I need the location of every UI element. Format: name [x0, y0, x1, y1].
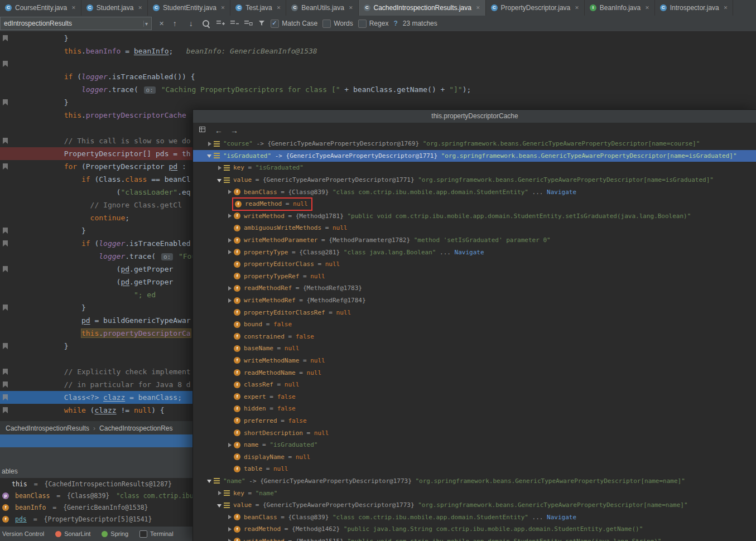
editor-tab[interactable]: CTest.java✕ — [230, 0, 286, 16]
tab-close-icon[interactable]: ✕ — [575, 5, 579, 11]
chevron-expanded-icon[interactable] — [216, 177, 224, 183]
chevron-collapsed-icon[interactable] — [206, 141, 214, 147]
add-occurrence-icon[interactable] — [216, 18, 225, 29]
tree-row[interactable]: fdisplayName = null — [193, 451, 756, 463]
regex-checkbox[interactable] — [358, 20, 367, 28]
tree-row[interactable]: "name" -> {GenericTypeAwarePropertyDescr… — [193, 475, 756, 487]
chevron-collapsed-icon[interactable] — [227, 526, 234, 533]
status-widget-sonarlint[interactable]: SonarLint — [55, 530, 90, 537]
tree-row[interactable]: ftable = null — [193, 463, 756, 475]
chevron-collapsed-icon[interactable] — [227, 237, 234, 244]
tree-row[interactable]: fwriteMethodParameter = {MethodParameter… — [193, 234, 756, 247]
status-widget-spring[interactable]: Spring — [102, 530, 128, 537]
chevron-collapsed-icon[interactable] — [227, 189, 234, 195]
tree-row[interactable]: fpropertyEditorClassRef = null — [193, 306, 756, 318]
forward-icon[interactable]: → — [230, 125, 238, 136]
chevron-collapsed-icon[interactable] — [227, 514, 234, 520]
close-search-icon[interactable]: ✕ — [159, 20, 164, 27]
chevron-collapsed-icon[interactable] — [216, 490, 224, 496]
tree-row[interactable]: fwriteMethodName = null — [193, 355, 756, 367]
tree-row[interactable]: freadMethod = null — [193, 198, 756, 210]
status-widget-terminal[interactable]: Terminal — [139, 530, 174, 538]
back-icon[interactable]: ← — [215, 125, 223, 136]
navigate-link[interactable]: Navigate — [455, 249, 484, 256]
tree-row[interactable]: fbeanClass = {Class@839} "class com.ctri… — [193, 186, 756, 198]
tree-row[interactable]: freadMethodRef = {MethodRef@1783} — [193, 282, 756, 294]
tree-row[interactable]: key = "isGraduated" — [193, 162, 756, 174]
tree-row[interactable]: fname = "isGraduated" — [193, 439, 756, 451]
tab-close-icon[interactable]: ✕ — [277, 5, 281, 11]
tree-row[interactable]: fbeanClass = {Class@839} "class com.ctri… — [193, 511, 756, 523]
tab-close-icon[interactable]: ✕ — [138, 5, 142, 11]
tree-row[interactable]: fpropertyEditorClass = null — [193, 258, 756, 270]
breadcrumb-item[interactable]: CachedIntrospectionResults — [6, 424, 89, 432]
tree-row[interactable]: freadMethod = {Method@1462} "public java… — [193, 523, 756, 535]
chevron-collapsed-icon[interactable] — [227, 212, 234, 219]
search-field[interactable]: ▾ — [0, 17, 152, 30]
tree-row[interactable]: fambiguousWriteMethods = null — [193, 222, 756, 234]
editor-tab[interactable]: CCachedIntrospectionResults.java✕ — [359, 0, 486, 16]
tree-row[interactable]: fshortDescription = null — [193, 427, 756, 439]
navigate-link[interactable]: Navigate — [547, 189, 576, 196]
chevron-collapsed-icon[interactable] — [227, 442, 234, 448]
navigate-link[interactable]: Navigate — [547, 514, 576, 521]
tree-row[interactable]: fbaseName = null — [193, 342, 756, 355]
match-case-checkbox[interactable] — [271, 20, 279, 28]
next-match-icon[interactable]: ↓ — [185, 18, 196, 29]
match-case-option[interactable]: Match Case — [271, 20, 317, 28]
find-all-matches-icon[interactable] — [201, 19, 211, 28]
chevron-collapsed-icon[interactable] — [216, 165, 224, 171]
editor-tab[interactable]: IBeanInfo.java✕ — [585, 0, 655, 16]
tab-close-icon[interactable]: ✕ — [645, 5, 649, 11]
tree-row[interactable]: fexpert = false — [193, 390, 756, 403]
search-history-icon[interactable]: ▾ — [143, 21, 149, 27]
tab-close-icon[interactable]: ✕ — [724, 5, 728, 11]
tree-row[interactable]: fclassRef = null — [193, 379, 756, 391]
tree-row[interactable]: freadMethodName = null — [193, 366, 756, 379]
tab-close-icon[interactable]: ✕ — [476, 5, 480, 11]
editor-tab[interactable]: CIntrospector.java✕ — [655, 0, 734, 16]
chevron-collapsed-icon[interactable] — [227, 249, 234, 255]
tree-row[interactable]: "course" -> {GenericTypeAwarePropertyDes… — [193, 138, 756, 150]
editor-tab[interactable]: CStudent.java✕ — [81, 0, 148, 16]
previous-match-icon[interactable]: ↑ — [169, 18, 180, 29]
tree-row[interactable]: value = {GenericTypeAwarePropertyDescrip… — [193, 499, 756, 511]
editor-tab[interactable]: CCourseEntity.java✕ — [0, 0, 81, 16]
tree-row[interactable]: fwriteMethodRef = {MethodRef@1784} — [193, 294, 756, 307]
editor-tab[interactable]: CStudentEntity.java✕ — [148, 0, 230, 16]
chevron-collapsed-icon[interactable] — [227, 538, 234, 541]
tree-row[interactable]: "isGraduated" -> {GenericTypeAwareProper… — [193, 150, 756, 162]
tree-row[interactable]: value = {GenericTypeAwarePropertyDescrip… — [193, 174, 756, 186]
words-checkbox[interactable] — [322, 20, 331, 28]
breadcrumb-item[interactable]: CachedIntrospectionRes — [99, 424, 172, 432]
tree-row[interactable]: fwriteMethod = {Method@1515} "public voi… — [193, 535, 756, 541]
tree-row[interactable]: key = "name" — [193, 487, 756, 499]
select-all-occurrences-icon[interactable] — [244, 18, 253, 29]
editor-gutter[interactable] — [0, 32, 17, 421]
editor-tab[interactable]: CPropertyDescriptor.java✕ — [486, 0, 585, 16]
chevron-expanded-icon[interactable] — [206, 477, 214, 484]
tree-row[interactable]: fpreferred = false — [193, 415, 756, 427]
tab-close-icon[interactable]: ✕ — [221, 5, 225, 11]
tree-row[interactable]: fpropertyType = {Class@281} "class java.… — [193, 246, 756, 258]
status-widget-version-control[interactable]: Version Control — [2, 530, 44, 537]
filter-search-icon[interactable] — [258, 19, 266, 28]
remove-occurrence-icon[interactable] — [230, 18, 239, 29]
view-options-icon[interactable] — [199, 125, 207, 136]
tree-row[interactable]: fpropertyTypeRef = null — [193, 270, 756, 283]
words-option[interactable]: Words — [322, 20, 353, 28]
search-input[interactable] — [3, 19, 143, 28]
editor-tab[interactable]: CBeanUtils.java✕ — [286, 0, 358, 16]
chevron-expanded-icon[interactable] — [216, 502, 224, 509]
regex-help-icon[interactable]: ? — [393, 20, 397, 27]
tree-row[interactable]: fbound = false — [193, 318, 756, 331]
chevron-expanded-icon[interactable] — [206, 152, 214, 159]
tab-close-icon[interactable]: ✕ — [349, 5, 353, 11]
tree-row[interactable]: fwriteMethod = {Method@1781} "public voi… — [193, 210, 756, 223]
tree-row[interactable]: fconstrained = false — [193, 331, 756, 343]
regex-option[interactable]: Regex — [358, 20, 389, 28]
tree-row[interactable]: fhidden = false — [193, 403, 756, 415]
chevron-collapsed-icon[interactable] — [227, 285, 234, 292]
chevron-collapsed-icon[interactable] — [227, 297, 234, 304]
tab-close-icon[interactable]: ✕ — [71, 5, 76, 11]
